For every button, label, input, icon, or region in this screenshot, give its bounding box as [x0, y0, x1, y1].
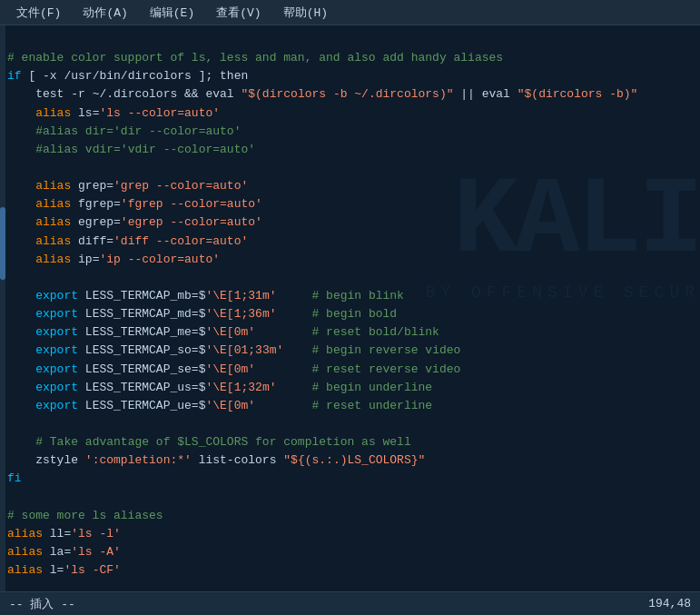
- menubar: 文件(F) 动作(A) 编辑(E) 查看(V) 帮助(H): [0, 0, 700, 25]
- help-menu[interactable]: 帮助(H): [274, 3, 337, 23]
- edit-menu[interactable]: 编辑(E): [141, 3, 203, 23]
- code-area: KALI BY OFFENSIVE SECUR # enable color s…: [0, 25, 700, 615]
- view-menu[interactable]: 查看(V): [207, 3, 270, 23]
- statusbar: -- 插入 -- 194,48: [0, 591, 700, 615]
- scroll-thumb[interactable]: [0, 207, 5, 280]
- code-content[interactable]: # enable color support of ls, less and m…: [7, 31, 700, 590]
- file-menu[interactable]: 文件(F): [7, 3, 70, 23]
- cursor-position: 194,48: [648, 597, 691, 610]
- left-scrollbar[interactable]: [0, 25, 5, 615]
- action-menu[interactable]: 动作(A): [74, 3, 136, 23]
- insert-mode-label: -- 插入 --: [9, 596, 75, 612]
